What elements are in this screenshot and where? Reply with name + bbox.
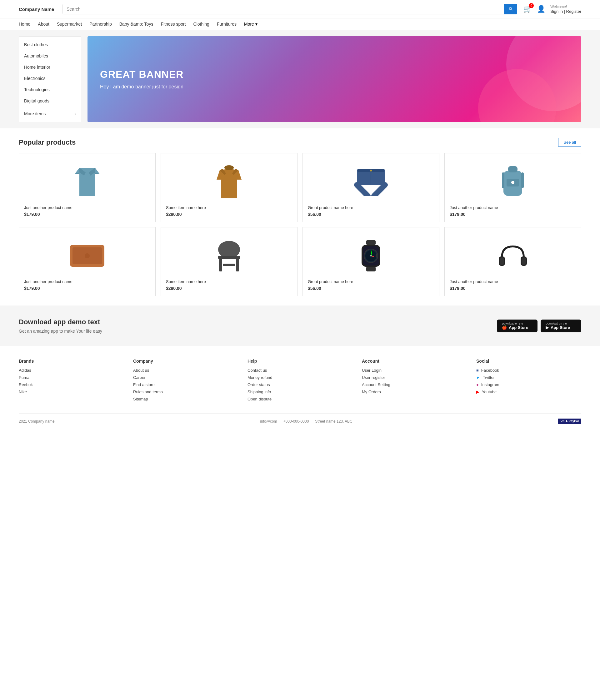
- social-youtube[interactable]: ▶ Youtube: [476, 390, 581, 394]
- sign-in-link[interactable]: Sign in | Register: [550, 9, 581, 14]
- cart-button[interactable]: 🛒 0: [524, 5, 532, 13]
- sidebar: Best clothes Automobiles Home interior E…: [19, 36, 81, 122]
- product-card[interactable]: Some item name here $280.00: [161, 227, 297, 296]
- product-card[interactable]: Just another product name $179.00: [19, 153, 155, 222]
- nav-more-button[interactable]: More ▾: [244, 22, 258, 27]
- contact-info: info@com +000-000-0000 Street name 123, …: [260, 419, 352, 424]
- product-image: [450, 158, 576, 205]
- product-image: [24, 232, 150, 279]
- svg-rect-40: [500, 257, 504, 265]
- payment-icons: VISA PayPal: [558, 419, 581, 424]
- product-price: $179.00: [450, 286, 576, 291]
- product-name: Some item name here: [166, 279, 292, 284]
- product-name: Just another product name: [450, 205, 576, 210]
- nav-clothing[interactable]: Clothing: [193, 22, 209, 27]
- sidebar-item-digital-goods[interactable]: Digital goods: [19, 95, 81, 106]
- product-card[interactable]: Great product name here $56.00: [303, 227, 439, 296]
- account-orders[interactable]: My Orders: [362, 390, 467, 394]
- account-login[interactable]: User Login: [362, 368, 467, 373]
- company-about[interactable]: About us: [133, 368, 238, 373]
- youtube-icon: ▶: [476, 390, 479, 394]
- chair-icon: [213, 239, 245, 273]
- jacket-icon: [213, 164, 245, 200]
- section-title: Popular products: [19, 139, 76, 147]
- search-button[interactable]: [504, 4, 517, 15]
- help-shipping[interactable]: Shipping info: [247, 390, 353, 394]
- product-image: [166, 158, 292, 205]
- help-contact[interactable]: Contact us: [247, 368, 353, 373]
- footer-social: Social ■ Facebook ► Twitter ● Instagram …: [476, 358, 581, 404]
- company-sitemap[interactable]: Sitemap: [133, 397, 238, 401]
- brand-adidas[interactable]: Adidas: [19, 368, 124, 373]
- download-buttons: Download on the 🍎 App Store Download on …: [497, 320, 581, 332]
- company-career[interactable]: Career: [133, 375, 238, 380]
- company-title: Company: [133, 358, 238, 364]
- company-find-store[interactable]: Find a store: [133, 382, 238, 387]
- product-card[interactable]: Just another product name $179.00: [445, 227, 581, 296]
- company-rules[interactable]: Rules and terms: [133, 390, 238, 394]
- product-price: $179.00: [24, 212, 150, 217]
- sidebar-more-items[interactable]: More items ›: [19, 108, 81, 119]
- nav-about[interactable]: About: [38, 22, 49, 27]
- product-price: $179.00: [24, 286, 150, 291]
- nav-furnitures[interactable]: Furnitures: [217, 22, 237, 27]
- product-name: Just another product name: [450, 279, 576, 284]
- sidebar-item-home-interior[interactable]: Home interior: [19, 61, 81, 73]
- account-register[interactable]: User register: [362, 375, 467, 380]
- search-input[interactable]: [63, 4, 504, 15]
- play-store-button[interactable]: Download on the ▶ App Store: [541, 320, 581, 332]
- footer-columns: Brands Adidas Puma Reebok Nike Company A…: [19, 358, 581, 404]
- brand-reebok[interactable]: Reebok: [19, 382, 124, 387]
- play-store-top-label: Download on the: [546, 322, 567, 325]
- footer-bottom: 2021 Company name info@com +000-000-0000…: [19, 413, 581, 424]
- product-name: Just another product name: [24, 205, 150, 210]
- app-store-button[interactable]: Download on the 🍎 App Store: [497, 320, 537, 332]
- main-nav: Home About Supermarket Partnership Baby …: [0, 19, 600, 30]
- copyright-text: 2021 Company name: [19, 419, 55, 424]
- download-text: Download app demo text Get an amazing ap…: [19, 318, 102, 333]
- product-card[interactable]: Some item name here $280.00: [161, 153, 297, 222]
- nav-supermarket[interactable]: Supermarket: [57, 22, 82, 27]
- nav-baby-toys[interactable]: Baby &amp; Toys: [119, 22, 153, 27]
- svg-marker-0: [75, 168, 100, 196]
- nav-home[interactable]: Home: [19, 22, 30, 27]
- sidebar-item-automobiles[interactable]: Automobiles: [19, 50, 81, 61]
- svg-rect-28: [236, 259, 239, 271]
- product-name: Great product name here: [308, 279, 434, 284]
- footer-account: Account User Login User register Account…: [362, 358, 467, 404]
- product-price: $179.00: [450, 212, 576, 217]
- sidebar-item-electronics[interactable]: Electronics: [19, 73, 81, 84]
- product-card[interactable]: Just another product name $179.00: [19, 227, 155, 296]
- svg-marker-3: [217, 169, 242, 198]
- social-twitter[interactable]: ► Twitter: [476, 375, 581, 380]
- products-section: Popular products See all Just another pr…: [0, 128, 600, 305]
- account-settings[interactable]: Account Setting: [362, 382, 467, 387]
- company-logo: Company Name: [19, 6, 56, 12]
- twitter-icon: ►: [476, 375, 480, 380]
- social-title: Social: [476, 358, 581, 364]
- social-instagram[interactable]: ● Instagram: [476, 382, 581, 387]
- nav-partnership[interactable]: Partnership: [89, 22, 112, 27]
- help-dispute[interactable]: Open dispute: [247, 397, 353, 401]
- social-facebook[interactable]: ■ Facebook: [476, 368, 581, 373]
- nav-fitness[interactable]: Fitness sport: [161, 22, 186, 27]
- help-refund[interactable]: Money refund: [247, 375, 353, 380]
- brand-puma[interactable]: Puma: [19, 375, 124, 380]
- apple-icon: 🍎: [502, 325, 507, 330]
- sidebar-item-technologies[interactable]: Technologies: [19, 84, 81, 95]
- user-area: 🛒 0 👤 Welcome! Sign in | Register: [524, 5, 581, 14]
- sidebar-item-best-clothes[interactable]: Best clothes: [19, 39, 81, 50]
- help-order-status[interactable]: Order status: [247, 382, 353, 387]
- shirt-icon: [70, 165, 104, 199]
- product-name: Just another product name: [24, 279, 150, 284]
- footer-brands: Brands Adidas Puma Reebok Nike: [19, 358, 124, 404]
- product-card[interactable]: Great product name here $56.00: [303, 153, 439, 222]
- brand-nike[interactable]: Nike: [19, 390, 124, 394]
- welcome-text: Welcome!: [550, 5, 581, 9]
- nav-more-label: More: [244, 22, 254, 27]
- see-all-button[interactable]: See all: [558, 138, 581, 147]
- product-card[interactable]: Just another product name $179.00: [445, 153, 581, 222]
- account-title: Account: [362, 358, 467, 364]
- chevron-right-icon: ›: [74, 111, 76, 116]
- download-section: Download app demo text Get an amazing ap…: [0, 305, 600, 346]
